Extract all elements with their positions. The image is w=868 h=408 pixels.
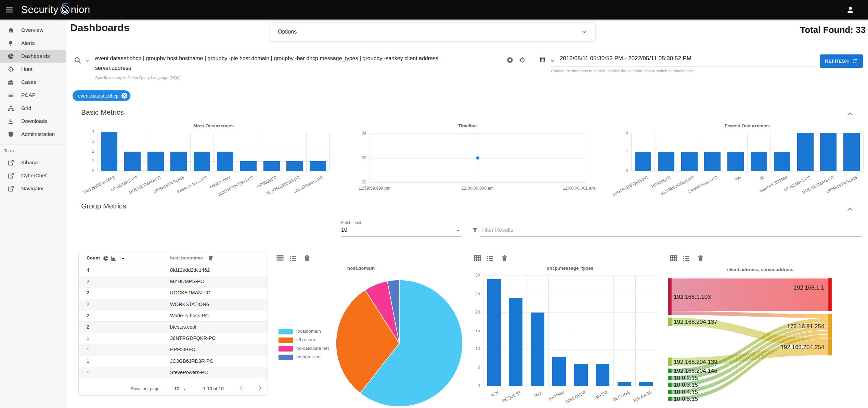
legend-label[interactable]: mshome.net: [296, 354, 322, 359]
sidebar-item-downloads[interactable]: Downloads: [0, 115, 66, 128]
bar[interactable]: [194, 152, 210, 171]
trash-icon[interactable]: [697, 254, 704, 262]
options-dropdown[interactable]: Options: [270, 23, 595, 41]
menu-icon[interactable]: [5, 5, 14, 14]
bar[interactable]: [147, 152, 164, 171]
caret-down-icon[interactable]: [182, 387, 186, 392]
row-value[interactable]: WORKSTATION6: [170, 302, 209, 307]
row-count[interactable]: 2: [87, 279, 89, 284]
row-count[interactable]: 2: [87, 302, 89, 307]
table-row[interactable]: 2 Wade-is-boss-PC: [79, 310, 267, 321]
bar[interactable]: [170, 152, 187, 171]
caret-down-icon[interactable]: [456, 229, 460, 233]
list-view-icon[interactable]: [289, 254, 297, 263]
sankey-node[interactable]: [668, 318, 672, 326]
bar[interactable]: [658, 152, 674, 171]
sankey-node[interactable]: [668, 369, 672, 373]
row-value[interactable]: Wade-is-boss-PC: [170, 313, 209, 318]
sidebar-item-overview[interactable]: Overview: [0, 24, 66, 37]
rows-per-page-select[interactable]: 10: [174, 386, 179, 391]
table-view-icon[interactable]: [276, 254, 284, 263]
row-count[interactable]: 1: [87, 370, 89, 375]
sidebar-item-alerts[interactable]: Alerts: [0, 37, 66, 50]
sidebar-item-administration[interactable]: Administration: [0, 128, 66, 141]
sankey-node[interactable]: [828, 314, 832, 339]
sankey-link[interactable]: [672, 311, 828, 318]
table-view-icon[interactable]: [473, 254, 482, 263]
bar[interactable]: [596, 364, 609, 386]
sankey-node[interactable]: [668, 390, 672, 394]
calendar-icon[interactable]: [539, 56, 546, 64]
bar[interactable]: [639, 382, 653, 386]
table-view-icon[interactable]: [669, 254, 678, 263]
bar[interactable]: [635, 152, 651, 171]
bar[interactable]: [574, 364, 588, 386]
bar[interactable]: [820, 133, 837, 171]
sidebar-item-cyberchef[interactable]: CyberChef: [0, 169, 66, 182]
filter-chip[interactable]: event.dataset:dhcp ✕: [73, 90, 130, 101]
sidebar-item-navigator[interactable]: Navigator: [0, 182, 66, 195]
legend-label[interactable]: cfl.rr.com: [296, 337, 315, 342]
timeline-data-point[interactable]: [476, 156, 479, 160]
bar[interactable]: [124, 152, 141, 171]
row-value[interactable]: MYHUMPS-PC: [170, 279, 204, 284]
bar[interactable]: [704, 152, 721, 171]
row-count[interactable]: 1: [87, 335, 89, 341]
row-count[interactable]: 1: [87, 358, 89, 364]
bar[interactable]: [217, 152, 233, 171]
chevron-down-icon[interactable]: [549, 58, 555, 64]
remove-filter-icon[interactable]: ✕: [121, 93, 127, 99]
query-input[interactable]: event.dataset:dhcp | groupby host.hostna…: [95, 54, 471, 73]
sidebar-item-cases[interactable]: Cases: [0, 76, 66, 89]
collapse-basic-icon[interactable]: [846, 110, 854, 118]
bar[interactable]: [240, 161, 257, 171]
bar[interactable]: [797, 133, 814, 171]
row-value[interactable]: 8fd12edd2dc1462: [170, 267, 210, 273]
date-range-input[interactable]: 2012/05/11 05:30:52 PM - 2022/05/11 05:3…: [560, 55, 691, 62]
bar[interactable]: [263, 161, 280, 171]
next-page-icon[interactable]: [256, 384, 263, 392]
bar[interactable]: [751, 152, 767, 171]
count-column-header[interactable]: Count: [87, 255, 100, 260]
sankey-node[interactable]: [668, 376, 672, 380]
row-value[interactable]: JC3GB6JRD3R-PC: [170, 358, 213, 364]
clear-query-icon[interactable]: [506, 56, 514, 64]
sidebar-item-hunt[interactable]: Hunt: [0, 63, 66, 76]
table-row[interactable]: 1 JC3GB6JRD3R-PC: [79, 356, 267, 367]
table-row[interactable]: 1 StevePowers-PC: [79, 367, 267, 378]
bar[interactable]: [487, 279, 501, 386]
row-count[interactable]: 2: [87, 313, 89, 318]
sidebar-item-grid[interactable]: Grid: [0, 102, 66, 115]
table-row[interactable]: 1 38NTRGDFQKR-PC: [79, 333, 267, 344]
bar[interactable]: [509, 298, 522, 386]
list-view-icon[interactable]: [682, 254, 690, 263]
trash-icon[interactable]: [303, 254, 311, 262]
table-row[interactable]: 4 8fd12edd2dc1462: [79, 265, 267, 276]
sidebar-item-dashboards[interactable]: Dashboards: [0, 50, 66, 63]
list-view-icon[interactable]: [486, 254, 494, 263]
table-row[interactable]: 2 MYHUMPS-PC: [79, 276, 267, 287]
bar[interactable]: [531, 313, 544, 386]
table-row[interactable]: 2 ROCKETMAN-PC: [79, 287, 267, 298]
row-value[interactable]: StevePowers-PC: [170, 370, 208, 375]
field-column-header[interactable]: host.hostname: [170, 255, 203, 260]
bar[interactable]: [843, 133, 860, 171]
bar[interactable]: [552, 357, 566, 386]
sidebar-item-pcap[interactable]: PCAP: [0, 89, 66, 102]
bar[interactable]: [681, 152, 698, 171]
row-count[interactable]: 1: [87, 347, 89, 352]
refresh-button[interactable]: REFRESH: [820, 54, 863, 68]
user-icon[interactable]: [846, 5, 855, 14]
row-value[interactable]: ROCKETMAN-PC: [170, 290, 210, 295]
table-row[interactable]: 2 btest.is.cool: [79, 321, 267, 333]
row-count[interactable]: 2: [87, 290, 89, 295]
sankey-node[interactable]: [668, 278, 672, 315]
pie-chart-toggle-icon[interactable]: [103, 255, 109, 262]
bar[interactable]: [286, 161, 303, 171]
sort-caret-icon[interactable]: [121, 257, 125, 261]
bar[interactable]: [774, 152, 790, 171]
sankey-node[interactable]: [668, 383, 672, 387]
filter-results-input[interactable]: Filter Results: [481, 227, 513, 233]
row-count[interactable]: 4: [87, 267, 89, 273]
row-count[interactable]: 2: [87, 324, 89, 330]
